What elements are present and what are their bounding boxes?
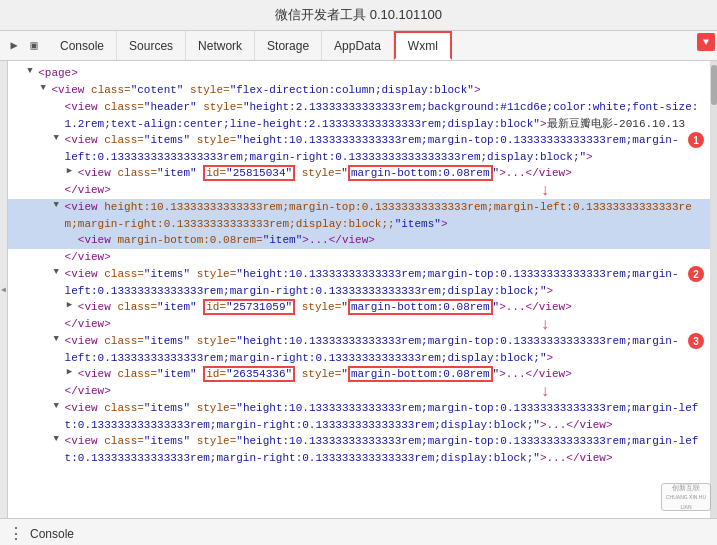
console-tab[interactable]: Console — [30, 527, 74, 541]
code-line-items-3: ▼ <view class="items" style="height:10.1… — [8, 333, 710, 366]
expand-icon[interactable]: ▼ — [54, 433, 64, 447]
tab-console[interactable]: Console — [48, 31, 117, 60]
scrollbar[interactable] — [711, 61, 717, 518]
id-highlight-box-3: id="26354336" — [203, 366, 295, 382]
expand-icon[interactable]: ▶ — [67, 299, 77, 313]
code-line: <view class="header" style="height:2.133… — [8, 99, 710, 132]
annotation-2: 2 — [688, 266, 704, 282]
title-bar: 微信开发者工具 0.10.101100 — [0, 0, 717, 31]
code-view[interactable]: ▼ <page> ▼ <view class="cotent" style="f… — [8, 61, 711, 518]
expand-icon[interactable]: ▼ — [27, 65, 37, 79]
code-line: </view> — [8, 316, 710, 333]
code-line-item-26354336: ▶ <view class="item" id="26354336" style… — [8, 366, 710, 383]
expand-icon[interactable]: ▼ — [54, 266, 64, 280]
code-line: </view> — [8, 182, 710, 199]
cursor-icon[interactable]: ▶ — [6, 38, 22, 54]
annotation-1: 1 — [688, 132, 704, 148]
code-line: </view> — [8, 383, 710, 400]
expand-icon[interactable]: ▼ — [40, 82, 50, 96]
tab-left-icons: ▶ ▣ — [0, 31, 48, 60]
main-area: ◀ ▼ <page> ▼ <view class="cotent" style=… — [0, 61, 717, 518]
expand-icon[interactable]: ▶ — [67, 366, 77, 380]
select-icon[interactable]: ▣ — [26, 38, 42, 54]
expand-icon[interactable]: ▼ — [54, 333, 64, 347]
code-line: ▼ <page> — [8, 65, 710, 82]
expand-icon[interactable]: ▼ — [54, 400, 64, 414]
side-toggle[interactable]: ◀ — [0, 61, 8, 518]
no-expand — [54, 99, 64, 113]
code-line: ▼ <view class="cotent" style="flex-direc… — [8, 82, 710, 99]
tab-network[interactable]: Network — [186, 31, 255, 60]
code-line-highlighted-item: <view margin-bottom:0.08rem="item">...</… — [8, 232, 710, 249]
wxml-arrow: ▼ — [697, 33, 715, 51]
menu-icon[interactable]: ⋮ — [8, 524, 24, 544]
code-line-highlighted: ▼ <view height:10.13333333333333rem;marg… — [8, 199, 710, 232]
code-line-items-5: ▼ <view class="items" style="height:10.1… — [8, 433, 710, 466]
expand-icon[interactable]: ▼ — [54, 199, 64, 213]
code-line-item-25815034: ▶ <view class="item" id="25815034" style… — [8, 165, 710, 182]
no-expand — [54, 316, 64, 330]
no-expand — [54, 383, 64, 397]
tab-appdata[interactable]: AppData — [322, 31, 394, 60]
watermark-text: 创新互联CHUANG XIN HU LIAN — [662, 483, 710, 510]
tab-storage[interactable]: Storage — [255, 31, 322, 60]
no-expand — [67, 232, 77, 246]
app-title: 微信开发者工具 0.10.101100 — [275, 7, 442, 22]
code-line-items-2: ▼ <view class="items" style="height:10.1… — [8, 266, 710, 299]
bottom-bar: ⋮ Console — [0, 518, 717, 545]
no-expand — [54, 182, 64, 196]
tab-wxml[interactable]: Wxml — [394, 31, 452, 60]
no-expand — [54, 249, 64, 263]
annotation-3: 3 — [688, 333, 704, 349]
id-highlight-box: id="25815034" — [203, 165, 295, 181]
tab-bar: ▶ ▣ Console Sources Network Storage AppD… — [0, 31, 717, 61]
scroll-thumb[interactable] — [711, 65, 717, 105]
expand-icon[interactable]: ▶ — [67, 165, 77, 179]
code-line-item-25731059: ▶ <view class="item" id="25731059" style… — [8, 299, 710, 316]
expand-icon[interactable]: ▼ — [54, 132, 64, 146]
code-line-items-4: ▼ <view class="items" style="height:10.1… — [8, 400, 710, 433]
code-line-items-1: ▼ <view class="items" style="height:10.1… — [8, 132, 710, 165]
watermark: 创新互联CHUANG XIN HU LIAN — [661, 483, 711, 511]
id-highlight-box-2: id="25731059" — [203, 299, 295, 315]
code-line: </view> — [8, 249, 710, 266]
watermark-logo: 创新互联CHUANG XIN HU LIAN — [661, 483, 711, 511]
tab-sources[interactable]: Sources — [117, 31, 186, 60]
